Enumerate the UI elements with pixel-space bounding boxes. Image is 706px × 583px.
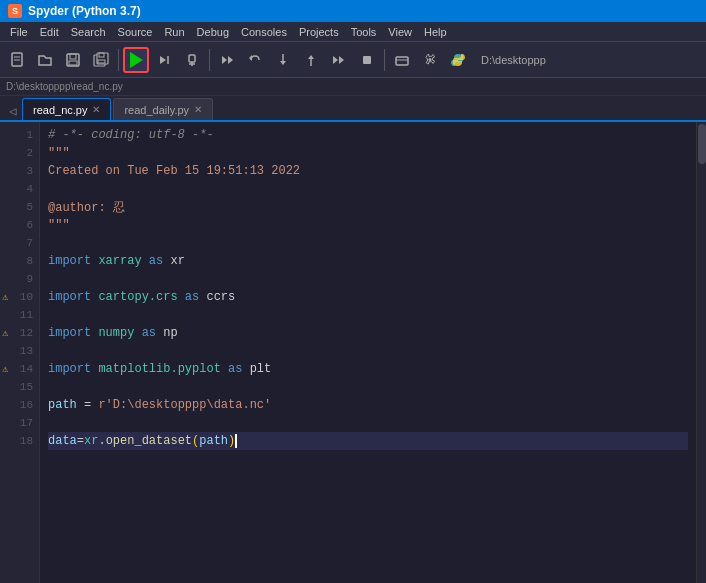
code-line-6: """: [48, 216, 688, 234]
line-num-row: ⚠ 10: [0, 288, 39, 306]
menu-help[interactable]: Help: [418, 24, 453, 40]
undo-button[interactable]: [242, 47, 268, 73]
line-num-row: 11: [0, 306, 39, 324]
code-line-7: [48, 234, 688, 252]
menu-view[interactable]: View: [382, 24, 418, 40]
line-num-row: ⚠ 14: [0, 360, 39, 378]
line-num-row: 6: [0, 216, 39, 234]
tab-scroll-left[interactable]: ◁: [4, 102, 22, 120]
code-line-18: data = xr . open_dataset ( path ): [48, 432, 688, 450]
editor[interactable]: 1 2 3 4 5 6 7 8 9 ⚠ 10 11 ⚠ 12 13 ⚠ 14 1…: [0, 122, 706, 583]
svg-rect-16: [363, 56, 371, 64]
working-directory: D:\desktoppp: [481, 54, 702, 66]
tab-close-read-daily[interactable]: ✕: [194, 105, 202, 115]
new-file-button[interactable]: [4, 47, 30, 73]
run-to-cursor-button[interactable]: [326, 47, 352, 73]
line-num-row: 9: [0, 270, 39, 288]
line-num-row: 13: [0, 342, 39, 360]
toolbar-separator-3: [384, 49, 385, 71]
code-area[interactable]: # -*- coding: utf-8 -*- """ Created on T…: [40, 122, 696, 583]
title-bar: S Spyder (Python 3.7): [0, 0, 706, 22]
step-out-button[interactable]: [298, 47, 324, 73]
toolbar-separator-2: [209, 49, 210, 71]
run-button[interactable]: [123, 47, 149, 73]
tab-bar: ◁ read_nc.py ✕ read_daily.py ✕: [0, 96, 706, 122]
toolbar: D:\desktoppp: [0, 42, 706, 78]
editor-scrollbar[interactable]: [696, 122, 706, 583]
tab-read-daily[interactable]: read_daily.py ✕: [113, 98, 213, 120]
code-line-5: @author: 忍: [48, 198, 688, 216]
menu-source[interactable]: Source: [112, 24, 159, 40]
menu-edit[interactable]: Edit: [34, 24, 65, 40]
filepath-bar: D:\desktopppp\read_nc.py: [0, 78, 706, 96]
code-line-17: [48, 414, 688, 432]
code-line-13: [48, 342, 688, 360]
menu-run[interactable]: Run: [158, 24, 190, 40]
line-num-row: 7: [0, 234, 39, 252]
code-line-4: [48, 180, 688, 198]
run-cell-button[interactable]: [151, 47, 177, 73]
line-num-row: 4: [0, 180, 39, 198]
line-num-row: ⚠ 12: [0, 324, 39, 342]
line-num-row: 16: [0, 396, 39, 414]
code-line-8: import xarray as xr: [48, 252, 688, 270]
python-path-button[interactable]: [445, 47, 471, 73]
menu-projects[interactable]: Projects: [293, 24, 345, 40]
open-file-button[interactable]: [32, 47, 58, 73]
code-line-16: path = r'D:\desktopppp\data.nc': [48, 396, 688, 414]
line-num-row: 15: [0, 378, 39, 396]
menu-tools[interactable]: Tools: [345, 24, 383, 40]
menu-consoles[interactable]: Consoles: [235, 24, 293, 40]
tab-read-nc[interactable]: read_nc.py ✕: [22, 98, 111, 120]
line-num-row: 1: [0, 126, 39, 144]
warning-icon-10: ⚠: [2, 291, 8, 303]
step-into-button[interactable]: [270, 47, 296, 73]
code-line-1: # -*- coding: utf-8 -*-: [48, 126, 688, 144]
code-line-3: Created on Tue Feb 15 19:51:13 2022: [48, 162, 688, 180]
menu-file[interactable]: File: [4, 24, 34, 40]
line-num-row: 5: [0, 198, 39, 216]
line-num-row: 18: [0, 432, 39, 450]
code-line-14: import matplotlib.pyplot as plt: [48, 360, 688, 378]
stop-button[interactable]: [354, 47, 380, 73]
run-icon: [130, 52, 143, 68]
code-line-9: [48, 270, 688, 288]
warning-icon-14: ⚠: [2, 363, 8, 375]
code-line-12: import numpy as np: [48, 324, 688, 342]
line-number-gutter: 1 2 3 4 5 6 7 8 9 ⚠ 10 11 ⚠ 12 13 ⚠ 14 1…: [0, 122, 40, 583]
warning-icon-12: ⚠: [2, 327, 8, 339]
line-num-row: 8: [0, 252, 39, 270]
settings-button[interactable]: [417, 47, 443, 73]
text-cursor: [235, 434, 237, 448]
svg-point-19: [429, 58, 432, 61]
save-button[interactable]: [60, 47, 86, 73]
scrollbar-thumb[interactable]: [698, 124, 706, 164]
tab-close-read-nc[interactable]: ✕: [92, 105, 100, 115]
app-title: Spyder (Python 3.7): [28, 4, 141, 18]
toolbar-separator-1: [118, 49, 119, 71]
line-num-row: 17: [0, 414, 39, 432]
line-num-row: 3: [0, 162, 39, 180]
svg-rect-17: [396, 57, 408, 65]
svg-rect-11: [189, 55, 195, 62]
code-line-11: [48, 306, 688, 324]
line-num-row: 2: [0, 144, 39, 162]
menu-debug[interactable]: Debug: [191, 24, 235, 40]
svg-rect-5: [69, 61, 77, 65]
maximize-button[interactable]: [389, 47, 415, 73]
continue-button[interactable]: [214, 47, 240, 73]
current-filepath: D:\desktopppp\read_nc.py: [6, 81, 123, 92]
menu-search[interactable]: Search: [65, 24, 112, 40]
app-icon: S: [8, 4, 22, 18]
save-all-button[interactable]: [88, 47, 114, 73]
menu-bar: File Edit Search Source Run Debug Consol…: [0, 22, 706, 42]
code-line-2: """: [48, 144, 688, 162]
tab-label-read-nc: read_nc.py: [33, 104, 87, 116]
code-line-15: [48, 378, 688, 396]
tab-label-read-daily: read_daily.py: [124, 104, 189, 116]
code-line-10: import cartopy.crs as ccrs: [48, 288, 688, 306]
debug-button[interactable]: [179, 47, 205, 73]
